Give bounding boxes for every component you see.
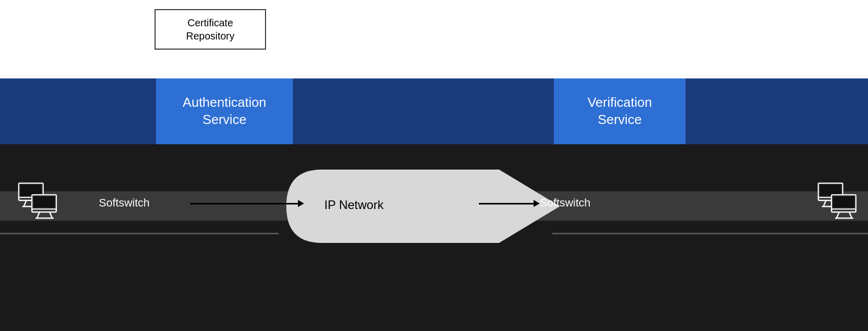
svg-line-14 (823, 200, 826, 206)
blue-band (0, 78, 868, 144)
auth-service-box: Authentication Service (156, 78, 293, 144)
verif-service-label-line1: Verification (587, 94, 652, 111)
svg-line-2 (24, 200, 26, 206)
svg-rect-23 (833, 196, 854, 208)
bottom-line-left (0, 233, 279, 234)
cert-repo-box: Certificate Repository (155, 9, 266, 50)
svg-line-8 (37, 212, 40, 218)
softswitch-left-label: Softswitch (99, 196, 149, 210)
cert-repo-label: Certificate Repository (186, 16, 235, 43)
arrow-left (190, 203, 299, 204)
verif-service-box: Verification Service (554, 78, 686, 144)
svg-line-20 (837, 212, 839, 218)
svg-line-9 (50, 212, 52, 218)
auth-service-label-line1: Authentication (183, 94, 267, 111)
computer-icon-left-front (29, 194, 60, 222)
auth-service-label-line2: Service (183, 111, 267, 129)
arrow-right (479, 203, 535, 204)
svg-line-21 (849, 212, 852, 218)
top-white-area (0, 0, 868, 78)
svg-rect-11 (33, 196, 55, 208)
verif-service-label-line2: Service (587, 111, 652, 129)
ip-network-shape (281, 164, 565, 248)
ip-network-label: IP Network (324, 198, 384, 212)
bottom-line-right (552, 233, 868, 234)
softswitch-right-label: Softswitch (540, 196, 590, 210)
computer-icon-right-front (829, 194, 859, 222)
